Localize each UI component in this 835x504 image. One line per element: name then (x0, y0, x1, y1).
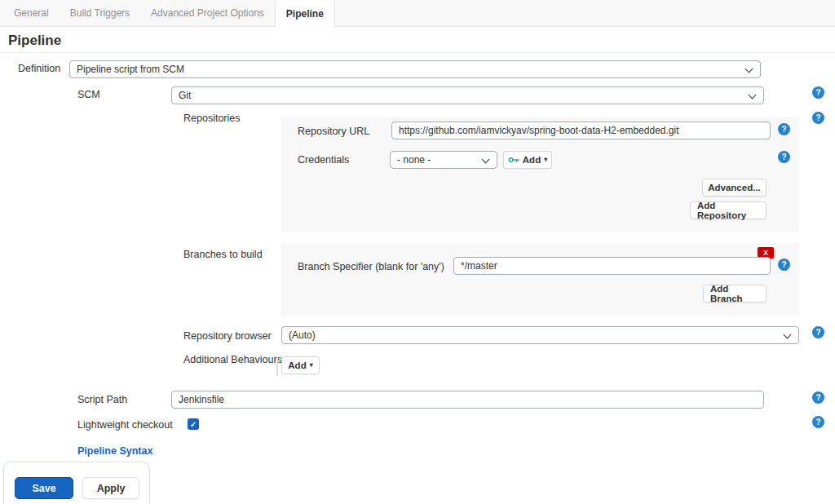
page-title: Pipeline (8, 33, 61, 49)
additional-behaviours-section: Add ▾ (276, 356, 320, 376)
caret-down-icon: ▾ (544, 157, 547, 163)
pipeline-config-page: General Build Triggers Advanced Project … (0, 0, 835, 504)
definition-label: Definition (18, 63, 60, 74)
add-behaviour-button-label: Add (288, 360, 306, 370)
repository-browser-select-value: (Auto) (289, 329, 316, 341)
repository-browser-select[interactable]: (Auto) (281, 326, 799, 344)
definition-select-value: Pipeline script from SCM (77, 64, 184, 75)
save-button[interactable]: Save (15, 477, 73, 499)
scm-select[interactable]: Git (171, 86, 764, 104)
script-path-label: Script Path (77, 394, 127, 405)
key-icon (508, 156, 519, 164)
config-tab-bar: General Build Triggers Advanced Project … (0, 0, 835, 27)
scm-select-value: Git (179, 90, 191, 101)
lightweight-checkout-help-icon[interactable]: ? (812, 416, 824, 428)
repositories-help-icon[interactable]: ? (812, 112, 824, 124)
credentials-select[interactable]: - none - (390, 151, 497, 169)
chevron-down-icon (784, 331, 792, 339)
definition-select[interactable]: Pipeline script from SCM (69, 60, 761, 78)
apply-button[interactable]: Apply (82, 477, 139, 499)
chevron-down-icon (745, 65, 753, 73)
add-credentials-button-label: Add (523, 155, 541, 165)
credentials-help-icon[interactable]: ? (778, 151, 790, 163)
tab-advanced-project-options[interactable]: Advanced Project Options (140, 0, 275, 26)
repository-url-input[interactable] (391, 122, 771, 139)
add-behaviour-button[interactable]: Add ▾ (281, 356, 320, 374)
branches-block (281, 243, 799, 316)
add-branch-button[interactable]: Add Branch (703, 285, 767, 303)
add-credentials-button[interactable]: Add ▾ (503, 151, 552, 169)
add-repository-button[interactable]: Add Repository (690, 201, 767, 219)
tab-general[interactable]: General (3, 0, 60, 26)
repository-url-label: Repository URL (298, 126, 369, 137)
additional-behaviours-label: Additional Behaviours (183, 354, 282, 365)
branches-to-build-label: Branches to build (183, 249, 263, 260)
repository-url-help-icon[interactable]: ? (778, 123, 790, 135)
tab-build-triggers[interactable]: Build Triggers (60, 0, 140, 26)
title-divider (0, 52, 835, 53)
caret-down-icon: ▾ (310, 362, 313, 369)
advanced-button[interactable]: Advanced... (702, 179, 767, 197)
credentials-label: Credentials (298, 154, 349, 166)
lightweight-checkout-label: Lightweight checkout (77, 419, 173, 431)
lightweight-checkout-checkbox[interactable]: ✓ (188, 418, 199, 430)
chevron-down-icon (749, 91, 757, 99)
credentials-select-value: - none - (397, 154, 431, 166)
tab-pipeline[interactable]: Pipeline (275, 0, 335, 27)
branch-specifier-label: Branch Specifier (blank for 'any') (298, 261, 444, 272)
repository-browser-label: Repository browser (183, 330, 272, 342)
branch-specifier-input[interactable] (453, 257, 771, 275)
pipeline-syntax-link[interactable]: Pipeline Syntax (77, 445, 152, 457)
script-path-help-icon[interactable]: ? (812, 391, 824, 404)
repository-browser-help-icon[interactable]: ? (812, 326, 824, 338)
scm-help-icon[interactable]: ? (812, 86, 824, 99)
scm-label: SCM (77, 89, 100, 100)
script-path-input[interactable] (171, 391, 764, 409)
chevron-down-icon (482, 156, 490, 164)
repositories-label: Repositories (183, 113, 240, 124)
branch-specifier-help-icon[interactable]: ? (778, 259, 790, 271)
